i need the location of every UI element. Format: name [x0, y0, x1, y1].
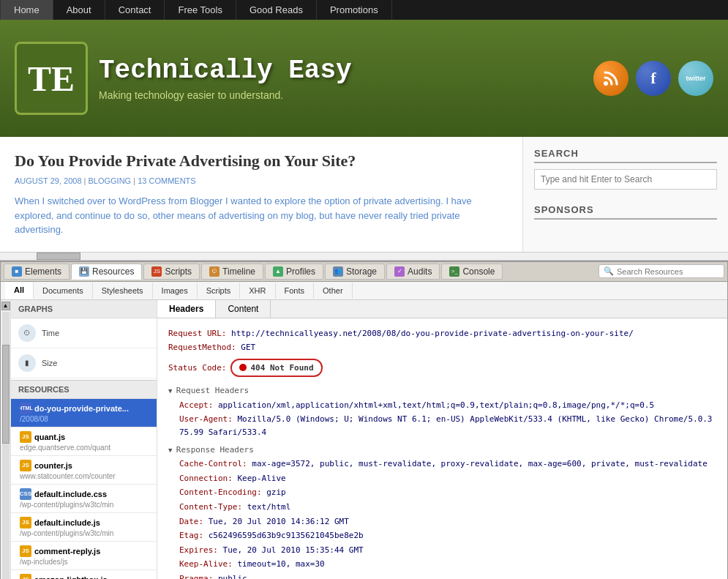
filter-images[interactable]: Images	[153, 283, 198, 299]
graph-time-label: Time	[42, 329, 59, 337]
resource-badge-0: HTML	[20, 403, 31, 414]
horizontal-scrollbar[interactable]	[0, 252, 728, 261]
site-tagline: Making technology easier to understand.	[99, 89, 352, 101]
accept-row: Accept: application/xml,application/xhtm…	[168, 399, 716, 412]
request-headers-toggle[interactable]: Request Headers	[168, 386, 249, 395]
filter-xhr[interactable]: XHR	[240, 283, 275, 299]
connection-row: Connection: Keep-Alive	[168, 472, 716, 485]
nav-good-reads[interactable]: Good Reads	[236, 0, 317, 20]
tab-timeline[interactable]: ⏲ Timeline	[201, 264, 263, 280]
accept-value: application/xml,application/xhtml+xml,te…	[218, 400, 654, 410]
tab-profiles[interactable]: ▲ Profiles	[265, 264, 323, 280]
tab-timeline-label: Timeline	[222, 266, 255, 277]
resource-item-0[interactable]: HTML do-you-provide-private... /2008/08	[11, 399, 157, 427]
article-category[interactable]: BLOGGING	[89, 176, 132, 185]
tab-console[interactable]: >_ Console	[441, 264, 503, 280]
search-input[interactable]	[534, 169, 717, 190]
resource-item-6[interactable]: JS amazon-lightbox.js /wp-content/plugin…	[11, 570, 157, 580]
filter-stylesheets[interactable]: Stylesheets	[93, 283, 153, 299]
sponsors-section: SPONSORS	[534, 204, 717, 220]
site-header: TE Technically Easy Making technology ea…	[0, 20, 728, 137]
resource-name-0: HTML do-you-provide-private...	[20, 403, 151, 414]
nav-promotions[interactable]: Promotions	[317, 0, 392, 20]
tab-elements[interactable]: ■ Elements	[4, 264, 70, 280]
resource-item-1[interactable]: JS quant.js edge.quantserve.com/quant	[11, 427, 157, 456]
request-method-value: GET	[241, 343, 255, 352]
size-icon: ▮	[18, 354, 36, 372]
content-encoding-value: gzip	[266, 488, 286, 497]
resource-item-2[interactable]: JS counter.js www.statcounter.com/counte…	[11, 456, 157, 485]
user-agent-label: User-Agent:	[179, 414, 233, 424]
content-type-label: Content-Type:	[179, 502, 242, 512]
tab-storage[interactable]: 👥 Storage	[325, 264, 385, 280]
request-method-label: RequestMethod:	[168, 343, 236, 352]
tab-resources-label: Resources	[92, 266, 134, 277]
logo-box: TE	[15, 42, 88, 115]
tab-resources[interactable]: 💾 Resources	[71, 264, 142, 280]
main-panel: Headers Content Request URL: http://tech…	[157, 300, 727, 580]
tab-storage-label: Storage	[346, 266, 377, 277]
panel-tab-headers[interactable]: Headers	[157, 300, 216, 318]
nav-about[interactable]: About	[53, 0, 105, 20]
fb-label: f	[650, 69, 656, 88]
content-type-row: Content-Type: text/html	[168, 501, 716, 514]
expires-value: Tue, 20 Jul 2010 15:35:44 GMT	[223, 545, 364, 555]
user-agent-value: Mozilla/5.0 (Windows; U; Windows NT 6.1;…	[179, 414, 713, 437]
panel-tab-content[interactable]: Content	[216, 300, 271, 318]
graph-size-label: Size	[42, 359, 57, 367]
content-type-value: text/html	[247, 502, 291, 512]
response-headers-toggle[interactable]: Response Headers	[168, 445, 254, 455]
cache-control-row: Cache-Control: max-age=3572, public, mus…	[168, 457, 716, 471]
nav-home[interactable]: Home	[0, 0, 53, 20]
filter-all[interactable]: All	[5, 282, 34, 299]
nav-free-tools[interactable]: Free Tools	[165, 0, 236, 20]
resource-path-4: /wp-content/plugins/w3tc/min	[20, 529, 151, 537]
filter-documents[interactable]: Documents	[34, 283, 93, 299]
tab-scripts[interactable]: JS Scripts	[143, 264, 200, 280]
resource-name-6: JS amazon-lightbox.js	[20, 574, 151, 580]
status-value: 404 Not Found	[250, 362, 313, 375]
main-content: Do You Provide Private Advertising on Yo…	[0, 137, 728, 252]
elements-icon: ■	[12, 266, 22, 277]
tab-audits-label: Audits	[408, 266, 432, 277]
resource-item-5[interactable]: JS comment-reply.js /wp-includes/js	[11, 542, 157, 570]
resource-name-5: JS comment-reply.js	[20, 545, 151, 557]
twitter-icon[interactable]: twitter	[678, 61, 713, 96]
article-title: Do You Provide Private Advertising on Yo…	[15, 152, 508, 171]
resource-badge-2: JS	[20, 460, 31, 471]
resource-badge-6: JS	[20, 574, 31, 580]
scroll-thumb[interactable]	[37, 253, 80, 260]
filter-other[interactable]: Other	[314, 283, 353, 299]
cache-control-label: Cache-Control:	[179, 459, 247, 468]
graph-time[interactable]: ⏲ Time	[11, 318, 157, 348]
scroll-up-button[interactable]: ▲	[1, 302, 10, 310]
article-date: AUGUST 29, 2008	[15, 176, 82, 185]
devtools-container: ■ Elements 💾 Resources JS Scripts ⏲ Time…	[0, 261, 728, 580]
keepalive-row: Keep-Alive: timeout=10, max=30	[168, 558, 716, 571]
tab-elements-label: Elements	[25, 266, 61, 277]
resource-item-4[interactable]: JS default.include.js /wp-content/plugin…	[11, 513, 157, 542]
resource-badge-4: JS	[20, 517, 31, 528]
resource-badge-5: JS	[20, 545, 31, 557]
graph-size[interactable]: ▮ Size	[11, 348, 157, 378]
nav-contact[interactable]: Contact	[105, 0, 165, 20]
left-scrollbar[interactable]: ▲ ▼	[1, 300, 11, 580]
sponsors-heading: SPONSORS	[534, 204, 717, 220]
filter-fonts[interactable]: Fonts	[276, 283, 315, 299]
resource-name-1: JS quant.js	[20, 431, 151, 443]
social-icons: f twitter	[593, 61, 713, 96]
resource-name-4: JS default.include.js	[20, 517, 151, 528]
filter-scripts[interactable]: Scripts	[198, 283, 241, 299]
resource-name-3: CSS default.include.css	[20, 488, 151, 500]
scroll-thumb-vertical[interactable]	[2, 345, 10, 444]
scroll-track	[2, 312, 10, 580]
search-resources-input[interactable]	[617, 267, 719, 276]
search-resources[interactable]: 🔍	[598, 264, 724, 278]
article-comments[interactable]: 13 COMMENTS	[138, 176, 195, 185]
resource-item-3[interactable]: CSS default.include.css /wp-content/plug…	[11, 485, 157, 513]
tab-audits[interactable]: ✓ Audits	[386, 264, 440, 280]
content-right: SEARCH SPONSORS	[523, 137, 728, 252]
facebook-icon[interactable]: f	[636, 61, 671, 96]
rss-icon[interactable]	[593, 61, 628, 96]
timeline-icon: ⏲	[209, 266, 219, 277]
